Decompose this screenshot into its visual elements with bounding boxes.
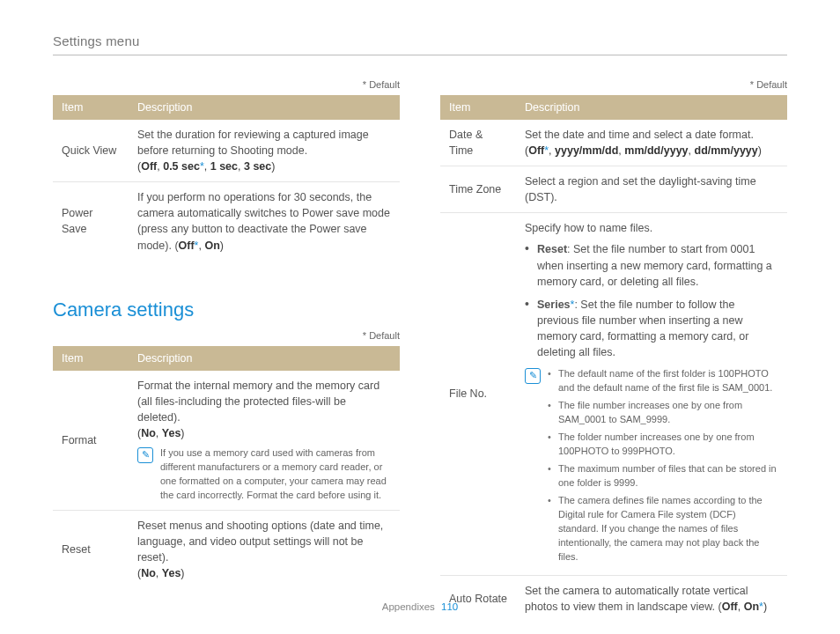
item-desc: If you perform no operations for 30 seco… <box>129 182 400 261</box>
breadcrumb: Settings menu <box>53 32 787 51</box>
item-desc: Reset menus and shooting options (date a… <box>129 510 400 588</box>
right-column: * Default Item Description Date & Time S… <box>440 78 787 622</box>
page-footer: Appendixes 110 <box>0 600 840 615</box>
item-label: Format <box>53 371 129 511</box>
note-list: The default name of the first folder is … <box>548 367 778 567</box>
item-desc: Set the duration for reviewing a capture… <box>129 120 400 182</box>
item-label: Quick View <box>53 120 129 182</box>
default-note: * Default <box>440 78 787 92</box>
table-row: Date & Time Set the date and time and se… <box>440 120 787 166</box>
item-desc: Format the internal memory and the memor… <box>129 371 400 511</box>
item-desc: Select a region and set the daylight-sav… <box>516 166 787 213</box>
section-title-camera-settings: Camera settings <box>53 296 400 324</box>
item-label: Time Zone <box>440 166 516 213</box>
table-camera-settings-left: Item Description Format Format the inter… <box>53 346 400 589</box>
desc-text: Set the date and time and select a date … <box>525 129 754 141</box>
table-row: Format Format the internal memory and th… <box>53 371 400 511</box>
desc-text: Select a region and set the daylight-sav… <box>525 175 756 203</box>
desc-text: If you perform no operations for 30 seco… <box>137 191 390 251</box>
col-header-item: Item <box>53 95 129 120</box>
col-header-desc: Description <box>129 95 400 120</box>
col-header-item: Item <box>53 346 129 371</box>
list-item: Reset: Set the file number to start from… <box>525 241 778 289</box>
content-columns: * Default Item Description Quick View Se… <box>53 78 787 622</box>
table-camera-settings-right: Item Description Date & Time Set the dat… <box>440 95 787 622</box>
item-label: Reset <box>53 510 129 588</box>
page-number: 110 <box>441 601 458 612</box>
desc-text: Reset menus and shooting options (date a… <box>137 520 383 564</box>
table-row: Time Zone Select a region and set the da… <box>440 166 787 213</box>
note-text: If you use a memory card used with camer… <box>160 446 391 503</box>
item-desc: Specify how to name files. Reset: Set th… <box>516 213 787 575</box>
table-row: Power Save If you perform no operations … <box>53 182 400 261</box>
table-row: File No. Specify how to name files. Rese… <box>440 213 787 575</box>
list-item: The file number increases one by one fro… <box>548 399 778 427</box>
table-row: Reset Reset menus and shooting options (… <box>53 510 400 588</box>
note-icon: ✎ <box>525 368 541 384</box>
note-icon: ✎ <box>137 447 153 463</box>
item-label: Date & Time <box>440 120 516 166</box>
header-divider <box>53 55 787 55</box>
table-display-settings: Item Description Quick View Set the dura… <box>53 95 400 261</box>
item-desc: Set the date and time and select a date … <box>516 120 787 166</box>
default-note: * Default <box>53 329 400 343</box>
desc-text: Format the internal memory and the memor… <box>137 380 379 424</box>
default-note: * Default <box>53 78 400 92</box>
desc-text: Set the duration for reviewing a capture… <box>137 129 369 157</box>
item-label: File No. <box>440 213 516 575</box>
table-row: Quick View Set the duration for reviewin… <box>53 120 400 182</box>
col-header-desc: Description <box>129 346 400 371</box>
list-item: The camera defines file names according … <box>548 494 778 564</box>
list-item: The default name of the first folder is … <box>548 367 778 395</box>
item-label: Power Save <box>53 182 129 261</box>
list-item: The maximum number of files that can be … <box>548 462 778 490</box>
desc-text: Specify how to name files. <box>525 222 652 234</box>
col-header-item: Item <box>440 95 516 120</box>
list-item: Series*: Set the file number to follow t… <box>525 297 778 361</box>
list-item: The folder number increases one by one f… <box>548 431 778 459</box>
left-column: * Default Item Description Quick View Se… <box>53 78 400 622</box>
footer-section: Appendixes <box>382 601 435 612</box>
col-header-desc: Description <box>516 95 787 120</box>
